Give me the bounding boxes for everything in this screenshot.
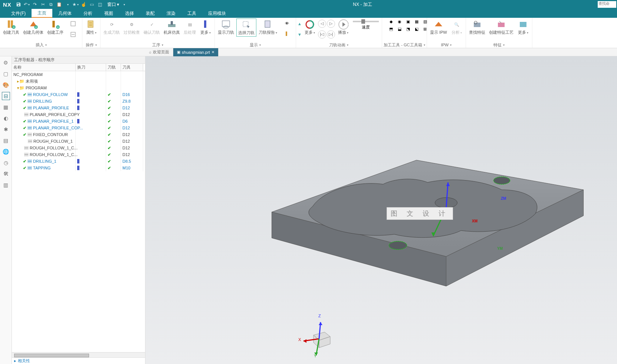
op-row[interactable]: ✔TAPPING✔M10 xyxy=(12,165,145,171)
op-row[interactable]: ✔DRILLING_1✔D8.5 xyxy=(12,158,145,165)
menu-file[interactable]: 文件(F) xyxy=(5,9,32,18)
insert-small2-icon[interactable] xyxy=(66,31,81,38)
properties-button[interactable]: 属性 xyxy=(84,19,99,36)
create-geom-button[interactable]: +创建几何体 xyxy=(22,19,45,36)
close-icon[interactable]: ✕ xyxy=(211,50,214,54)
feature-more-button[interactable]: 更多 xyxy=(516,19,531,36)
step-back-icon[interactable]: ◁ xyxy=(318,20,326,28)
insert-small1-icon[interactable] xyxy=(66,20,81,27)
qat-more-icon[interactable] xyxy=(64,1,71,8)
prev-frame-icon[interactable]: |◁ xyxy=(318,30,326,39)
rb-machine-icon[interactable]: ▦ xyxy=(2,103,10,111)
layout1-icon[interactable]: ▭ xyxy=(89,1,95,8)
rb-web-icon[interactable]: 🌐 xyxy=(2,148,10,156)
rb-library-icon[interactable]: ▥ xyxy=(2,181,10,189)
op-row[interactable]: ROUGH_FOLLOW_1✔D12 xyxy=(12,138,145,145)
touch-icon[interactable]: ☝ xyxy=(81,1,87,8)
cut-icon[interactable]: ✂ xyxy=(40,1,46,8)
insert-group-label[interactable]: 插入 xyxy=(1,42,81,48)
menu-home[interactable]: 主页 xyxy=(32,9,52,18)
op-row[interactable]: ✔DRILLING✔Z9.8 xyxy=(12,98,145,105)
ipw-group-label[interactable]: IPW xyxy=(429,42,464,48)
step-fwd-icon[interactable]: ▷ xyxy=(327,20,335,28)
navigator-related[interactable]: ▸相关性 xyxy=(12,357,145,364)
menu-select[interactable]: 选择 xyxy=(119,9,140,18)
create-tool-button[interactable]: +创建刀具 xyxy=(1,19,21,36)
anim-group-label[interactable]: 刀轨动画 xyxy=(298,42,380,48)
menu-render[interactable]: 渲染 xyxy=(161,9,181,18)
op-row[interactable]: ✔PLANAR_PROFILE✔D12 xyxy=(12,105,145,111)
col-tool[interactable]: 刀具 xyxy=(121,64,143,71)
favorites-icon[interactable]: ★ xyxy=(72,1,79,8)
col-toolpath[interactable]: 刀轨 xyxy=(106,64,121,71)
op-row[interactable]: ROUGH_FOLLOW_1_C...✔D12 xyxy=(12,145,145,151)
show-ipw-button[interactable]: 显示 IPW xyxy=(429,19,449,36)
menu-tools[interactable]: 工具 xyxy=(181,9,202,18)
rb-analysis-icon[interactable]: ✱ xyxy=(2,125,10,133)
op-row[interactable]: ✔PLANAR_PROFILE_COP...✔D12 xyxy=(12,125,145,131)
select-toolpath-button[interactable]: 选择刀轨 xyxy=(236,19,256,37)
play-button[interactable]: 播放 xyxy=(336,19,351,36)
gctools-group-label[interactable]: 加工工具 - GC工具箱 xyxy=(384,42,425,48)
ops-group-label[interactable]: 工序 xyxy=(102,42,213,48)
row-program[interactable]: ▾📁PROGRAM xyxy=(12,85,145,91)
anim-down-icon[interactable]: ▼ xyxy=(298,32,302,37)
op-row[interactable]: ✔PLANAR_PROFILE_1✔D6 xyxy=(12,118,145,125)
op-row[interactable]: ROUGH_FOLLOW_1_C...✔D12 xyxy=(12,151,145,158)
speed-slider[interactable] xyxy=(353,21,379,22)
rb-tools-icon[interactable]: 🛠 xyxy=(2,170,10,178)
row-root[interactable]: NC_PROGRAM xyxy=(12,71,145,78)
tab-active-part[interactable]: ▣shuangmian.prt✕ xyxy=(173,48,219,56)
paste-icon[interactable]: 📋 xyxy=(56,1,63,8)
display-tool-icon[interactable] xyxy=(279,30,294,38)
display-group-label[interactable]: 显示 xyxy=(216,42,294,48)
save-icon[interactable] xyxy=(15,1,22,8)
rb-box-icon[interactable]: ▢ xyxy=(2,70,10,78)
teach-feature-button[interactable]: 创建特征工艺 xyxy=(488,19,515,36)
rb-report-icon[interactable]: ▤ xyxy=(2,136,10,145)
anim-up-icon[interactable]: ▲ xyxy=(298,21,302,26)
layout2-icon[interactable]: ◫ xyxy=(97,1,104,8)
navigator-columns: 名称 换刀 刀轨 刀具 xyxy=(12,64,145,71)
display-eye-icon[interactable]: 👁 xyxy=(279,20,294,26)
show-toolpath-button[interactable]: 显示刀轨 xyxy=(216,19,236,36)
rb-history-icon[interactable]: ◷ xyxy=(2,159,10,167)
create-operation-button[interactable]: +创建工序 xyxy=(46,19,65,36)
window-dropdown[interactable]: 窗口▾ xyxy=(107,1,119,8)
ops-more-button[interactable]: 更多 xyxy=(198,19,213,36)
search-input[interactable] xyxy=(598,1,616,6)
menu-analysis[interactable]: 分析 xyxy=(78,9,98,18)
menu-assembly[interactable]: 装配 xyxy=(140,9,161,18)
anim-more-button[interactable]: 更多 xyxy=(302,19,317,36)
feature-group-label[interactable]: 特征 xyxy=(467,42,531,48)
machine-sim-button[interactable]: 机床仿真 xyxy=(162,19,181,36)
op-row[interactable]: ✔FIXED_CONTOUR✔D12 xyxy=(12,131,145,138)
menu-application[interactable]: 应用模块 xyxy=(202,9,232,18)
navigator-hscrollbar[interactable] xyxy=(12,352,145,357)
rb-opnav-icon[interactable]: ⊟ xyxy=(2,92,10,100)
redo-icon[interactable]: ↷ xyxy=(32,1,38,8)
play-label: 播放 xyxy=(338,30,348,35)
tab-welcome[interactable]: ⌂欢迎页面 xyxy=(145,48,173,56)
toolpath-report-button[interactable]: 刀轨报告 xyxy=(257,19,279,36)
view-triad[interactable]: X Y Z xyxy=(297,313,341,357)
rb-settings-icon[interactable]: ⚙ xyxy=(2,59,10,67)
next-frame-icon[interactable]: ▷| xyxy=(327,30,335,39)
col-name[interactable]: 名称 xyxy=(12,64,76,71)
action-group-label[interactable]: 操作 xyxy=(84,42,99,48)
menu-geometry[interactable]: 几何体 xyxy=(52,9,78,18)
menu-view[interactable]: 视图 xyxy=(98,9,119,18)
op-row[interactable]: PLANAR_PROFILE_COPY✔D12 xyxy=(12,111,145,118)
copy-icon[interactable]: ⧉ xyxy=(48,1,55,8)
row-unused[interactable]: ▸📁未用项 xyxy=(12,78,145,85)
col-toolchange[interactable]: 换刀 xyxy=(76,64,106,71)
undo-icon[interactable]: ↶ xyxy=(23,1,30,8)
graphics-viewport[interactable]: XM YM ZM 图 文 设 计 X Y Z xyxy=(145,56,617,364)
rb-part-icon[interactable]: ◐ xyxy=(2,114,10,122)
rb-palette-icon[interactable]: 🎨 xyxy=(2,81,10,89)
search-box[interactable] xyxy=(598,1,616,8)
op-row[interactable]: ✔ROUGH_FOLLOW✔D16 xyxy=(12,91,145,98)
ribbon-group-ipw: 显示 IPW 🔍分析 IPW xyxy=(427,18,466,48)
qat-chevron-icon[interactable] xyxy=(121,1,127,8)
find-feature-button[interactable]: 查找特征 xyxy=(467,19,487,36)
